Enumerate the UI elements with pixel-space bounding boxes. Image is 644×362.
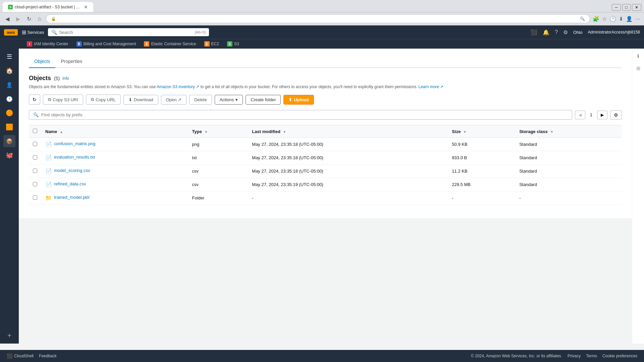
sidebar-icon-add[interactable]: + xyxy=(3,329,15,342)
last-modified-cell: May 27, 2024, 23:35:18 (UTC-05:00) xyxy=(248,151,448,165)
storage-class-cell: Standard xyxy=(515,138,622,151)
home-button[interactable]: ⌂ xyxy=(36,15,43,23)
search-pagination-row: 🔍 ◀ 1 ▶ ⚙ xyxy=(29,110,622,120)
tab-title: cloud-project-artifact - S3 bucket | S3 … xyxy=(15,5,82,9)
bookmark-s3[interactable]: S S3 xyxy=(224,39,243,49)
address-bar[interactable]: 🔒 https://us-east-2.console.aws.amazon.c… xyxy=(46,14,590,23)
bookmark-s3-favicon: S xyxy=(227,41,232,47)
file-link[interactable]: confusion_matrix.png xyxy=(54,141,96,146)
sidebar-icon-history[interactable]: 🕐 xyxy=(3,93,15,105)
history-icon[interactable]: 🕐 xyxy=(609,16,616,22)
pagination-next-button[interactable]: ▶ xyxy=(597,111,607,119)
settings-icon[interactable]: ⚙ xyxy=(563,29,568,36)
actions-button[interactable]: Actions ▾ xyxy=(215,95,243,105)
type-column-header[interactable]: Type ▼ xyxy=(188,125,248,138)
minimize-button[interactable]: ─ xyxy=(612,4,621,11)
right-side-icons xyxy=(641,181,644,186)
tab-objects[interactable]: Objects xyxy=(29,55,55,68)
profile-icon[interactable]: 👤 xyxy=(626,16,633,22)
right-panel-icon-2[interactable]: ◎ xyxy=(634,63,643,73)
region-selector[interactable]: Ohio xyxy=(573,30,582,35)
global-search[interactable]: 🔍 [Alt+S] xyxy=(48,28,209,36)
upload-button[interactable]: ⬆ Upload xyxy=(283,95,314,105)
bookmark-iam[interactable]: I IAM Identity Center xyxy=(23,39,72,49)
info-link[interactable]: Info xyxy=(62,76,69,81)
help-icon[interactable]: ? xyxy=(555,29,558,35)
notifications-icon[interactable]: 🔔 xyxy=(543,29,549,36)
size-cell: - xyxy=(448,191,515,205)
row-checkbox-0[interactable] xyxy=(33,142,37,146)
select-all-header[interactable] xyxy=(29,125,41,138)
file-link[interactable]: evaluation_results.txt xyxy=(54,155,95,160)
tab-properties[interactable]: Properties xyxy=(55,55,88,68)
file-name-cell: 📄 refined_data.csv xyxy=(45,181,184,188)
download-icon: ⬇ xyxy=(128,97,132,102)
open-button[interactable]: Open ↗ xyxy=(161,95,186,105)
sidebar-icon-orange-circle[interactable]: 🟠 xyxy=(3,107,15,119)
table-settings-button[interactable]: ⚙ xyxy=(610,110,622,120)
row-checkbox-2[interactable] xyxy=(33,169,37,173)
file-link[interactable]: model_scoring.csv xyxy=(54,168,90,173)
pagination-prev-button[interactable]: ◀ xyxy=(575,111,585,119)
refresh-page-button[interactable]: ↻ xyxy=(25,15,33,23)
hamburger-menu-button[interactable]: ☰ xyxy=(3,51,15,63)
learn-more-link[interactable]: Learn more ↗ xyxy=(419,84,444,89)
name-column-header[interactable]: Name ▲ xyxy=(41,125,188,138)
s3-inventory-link[interactable]: Amazon S3 inventory ↗ xyxy=(157,84,199,89)
search-bar[interactable]: 🔍 xyxy=(29,110,572,120)
bookmark-ecs[interactable]: E Elastic Container Service xyxy=(141,39,199,49)
last-modified-column-header[interactable]: Last modified ▼ xyxy=(248,125,448,138)
copy-s3-uri-button[interactable]: ⧉ Copy S3 URI xyxy=(43,95,83,105)
last-modified-sort-icon: ▼ xyxy=(283,130,286,134)
tab-close-button[interactable]: ✕ xyxy=(84,4,88,10)
more-icon[interactable]: ⋯ xyxy=(635,16,641,22)
aws-logo[interactable]: aws xyxy=(4,29,18,36)
bookmarks-bar: I IAM Identity Center B Billing and Cost… xyxy=(0,39,644,49)
maximize-button[interactable]: □ xyxy=(622,4,631,11)
row-checkbox-3[interactable] xyxy=(33,182,37,186)
file-type-cell: csv xyxy=(188,178,248,191)
lock-icon: 🔒 xyxy=(51,16,56,21)
row-checkbox-1[interactable] xyxy=(33,155,37,160)
bookmark-ecs-favicon: E xyxy=(144,41,149,47)
copy-url-button[interactable]: ⧉ Copy URL xyxy=(86,95,121,105)
url-input[interactable]: https://us-east-2.console.aws.amazon.com… xyxy=(58,16,578,21)
right-panel-icon-1[interactable]: ℹ xyxy=(634,51,643,61)
file-link[interactable]: trained_model.pkl/ xyxy=(54,195,90,200)
close-button[interactable]: ✕ xyxy=(632,4,641,11)
browser-tab[interactable]: S cloud-project-artifact - S3 bucket | S… xyxy=(3,2,93,12)
file-icon: 📄 xyxy=(45,181,52,188)
sidebar-icon-github[interactable]: 🐙 xyxy=(3,149,15,161)
sidebar-icon-home[interactable]: 🏠 xyxy=(3,65,15,77)
file-name-cell: 📄 model_scoring.csv xyxy=(45,168,184,174)
file-link[interactable]: refined_data.csv xyxy=(54,181,86,186)
bookmark-billing[interactable]: B Billing and Cost Management xyxy=(73,39,140,49)
download-button[interactable]: ⬇ Download xyxy=(123,95,158,105)
user-menu[interactable]: AdministratorAccess/njb8158 xyxy=(588,30,640,35)
bookmark-iam-favicon: I xyxy=(27,41,32,47)
sidebar-icon-orange-square[interactable]: 🟧 xyxy=(3,121,15,133)
storage-class-column-header[interactable]: Storage class ▼ xyxy=(515,125,622,138)
sort-asc-icon: ▲ xyxy=(60,130,63,134)
refresh-button[interactable]: ↻ xyxy=(29,95,40,105)
select-all-checkbox[interactable] xyxy=(33,129,37,133)
sidebar-icon-s3-active[interactable]: 📦 xyxy=(3,135,15,147)
star-icon[interactable]: ☆ xyxy=(602,16,607,22)
prefix-search-input[interactable] xyxy=(41,112,568,117)
search-input[interactable] xyxy=(59,30,193,35)
storage-class-cell: Standard xyxy=(515,151,622,165)
copy-url-icon: ⧉ xyxy=(91,97,94,102)
back-button[interactable]: ◀ xyxy=(3,15,11,23)
download-browser-icon[interactable]: ⬇ xyxy=(619,16,623,22)
forward-button[interactable]: ▶ xyxy=(14,15,22,23)
size-column-header[interactable]: Size ▼ xyxy=(448,125,515,138)
cloud-shell-icon[interactable]: ⬛ xyxy=(531,29,537,36)
aws-topnav: aws ⊞ Services 🔍 [Alt+S] ⬛ 🔔 ? ⚙ Ohio Ad… xyxy=(0,25,644,39)
create-folder-button[interactable]: Create folder xyxy=(246,95,281,105)
services-button[interactable]: ⊞ Services xyxy=(22,29,44,36)
bookmark-ec2[interactable]: E EC2 xyxy=(201,39,222,49)
extensions-icon[interactable]: 🧩 xyxy=(593,16,599,22)
delete-button[interactable]: Delete xyxy=(189,95,212,105)
sidebar-icon-user[interactable]: 👤 xyxy=(3,79,15,91)
row-checkbox-4[interactable] xyxy=(33,195,37,200)
